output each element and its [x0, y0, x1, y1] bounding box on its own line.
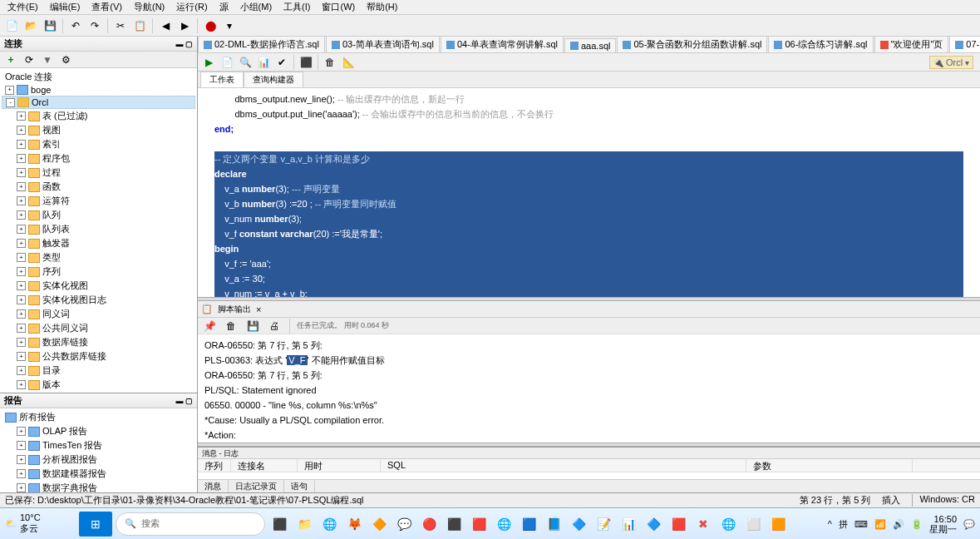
expand-icon[interactable]: +	[17, 295, 26, 304]
connection-tree[interactable]: Oracle 连接 +boge-Orcl+表 (已过滤)+视图+索引+程序包+过…	[0, 68, 197, 393]
tree-item[interactable]: +序列	[2, 265, 195, 279]
column-header[interactable]: 序列	[198, 459, 231, 472]
tree-item[interactable]: +队列	[2, 208, 195, 222]
menu-tools[interactable]: 工具(I)	[279, 0, 314, 15]
file-tab[interactable]: 05-聚合函数和分组函数讲解.sql	[617, 37, 767, 52]
commit-button[interactable]: ✔	[273, 54, 290, 71]
autotrace-button[interactable]: 📊	[255, 54, 272, 71]
expand-icon[interactable]: +	[17, 352, 26, 361]
tree-item[interactable]: +函数	[2, 180, 195, 194]
column-header[interactable]: 用时	[298, 459, 381, 472]
expand-icon[interactable]: -	[6, 98, 15, 107]
file-tab[interactable]: "欢迎使用"页	[874, 37, 949, 52]
menu-nav[interactable]: 导航(N)	[130, 0, 169, 15]
app-icon[interactable]: 🟥	[667, 513, 689, 535]
taskbar-search[interactable]: 🔍搜索	[116, 512, 265, 536]
app-icon[interactable]: 💬	[393, 513, 415, 535]
redo-button[interactable]: ↷	[86, 17, 103, 34]
expand-icon[interactable]: +	[17, 267, 26, 276]
conn-props-button[interactable]: ⚙	[57, 52, 74, 68]
panel-close-icon[interactable]: ▬ ▢	[175, 40, 193, 48]
expand-icon[interactable]: +	[17, 210, 26, 220]
stop-button[interactable]: ⬛	[298, 54, 314, 71]
tree-item[interactable]: +表 (已过滤)	[2, 109, 195, 123]
tree-item[interactable]: +队列表	[2, 222, 195, 236]
log-tab[interactable]: 日志记录页	[229, 480, 284, 492]
file-tab[interactable]: 06-综合练习讲解.sql	[768, 37, 873, 52]
excel-icon[interactable]: 📊	[618, 513, 639, 535]
app-icon[interactable]: 🌐	[717, 513, 739, 535]
explain-button[interactable]: 🔍	[237, 54, 254, 71]
app-icon[interactable]: 🔷	[643, 513, 664, 535]
explorer-icon[interactable]: 📁	[293, 513, 315, 535]
file-tab[interactable]: 02-DML-数据操作语言.sql	[198, 37, 325, 52]
tree-item[interactable]: +程序包	[2, 151, 195, 166]
expand-icon[interactable]: +	[5, 86, 14, 95]
tree-item[interactable]: +数据库链接	[2, 335, 195, 349]
output-clear-icon[interactable]: 🗑	[223, 318, 239, 334]
output-close-icon[interactable]: ×	[256, 304, 261, 314]
expand-icon[interactable]: +	[17, 253, 26, 262]
worksheet-tab[interactable]: 工作表	[200, 72, 244, 87]
tree-item[interactable]: +类型	[2, 250, 195, 265]
tray-battery-icon[interactable]: 🔋	[911, 519, 923, 529]
app-icon[interactable]: 🟧	[767, 513, 789, 535]
tree-item[interactable]: +实体化视图	[2, 279, 195, 293]
expand-icon[interactable]: +	[17, 239, 26, 248]
report-item[interactable]: +TimesTen 报告	[2, 438, 195, 452]
app-icon[interactable]: ⬛	[443, 513, 465, 535]
tree-item[interactable]: +视图	[2, 123, 195, 137]
file-tab[interactable]: 03-简单表查询语句.sql	[326, 37, 440, 52]
app-icon[interactable]: 📘	[543, 513, 564, 535]
expand-icon[interactable]: +	[17, 140, 26, 149]
app-icon[interactable]: 🔷	[568, 513, 589, 535]
cut-button[interactable]: ✂	[112, 17, 129, 34]
open-button[interactable]: 📂	[22, 17, 39, 34]
tree-item[interactable]: +触发器	[2, 236, 195, 250]
expand-icon[interactable]: +	[17, 441, 26, 450]
expand-icon[interactable]: +	[17, 483, 26, 492]
chrome-icon[interactable]: 🌐	[493, 513, 515, 535]
expand-icon[interactable]: +	[17, 309, 26, 319]
tray-wifi-icon[interactable]: 📶	[874, 519, 886, 529]
menu-run[interactable]: 运行(R)	[172, 0, 211, 15]
new-button[interactable]: 📄	[3, 17, 20, 34]
app-icon[interactable]: ⬜	[742, 513, 764, 535]
file-tab[interactable]: 07-PLSQL编程.sql	[949, 37, 980, 52]
weather-widget[interactable]: ⛅ 10°C多云	[5, 512, 41, 535]
expand-icon[interactable]: +	[17, 154, 26, 163]
report-item[interactable]: 所有报告	[2, 410, 195, 424]
tray-input-icon[interactable]: ⌨	[854, 519, 868, 529]
expand-icon[interactable]: +	[17, 168, 26, 177]
expand-icon[interactable]: +	[17, 380, 26, 389]
output-print-icon[interactable]: 🖨	[266, 318, 283, 334]
tree-item[interactable]: +同义词	[2, 307, 195, 321]
expand-icon[interactable]: +	[17, 427, 26, 436]
report-item[interactable]: +OLAP 报告	[2, 424, 195, 438]
column-header[interactable]: 参数	[746, 459, 913, 472]
log-tab[interactable]: 语句	[284, 480, 315, 492]
app-icon[interactable]: 🔶	[368, 513, 390, 535]
tray-volume-icon[interactable]: 🔊	[893, 519, 904, 529]
column-header[interactable]: 连接名	[231, 459, 298, 472]
panel-close-icon[interactable]: ▬ ▢	[175, 397, 193, 405]
task-icon[interactable]: ⬛	[268, 513, 290, 535]
dropdown-button[interactable]: ▾	[221, 17, 238, 34]
output-save-icon[interactable]: 💾	[244, 318, 261, 334]
expand-icon[interactable]: +	[17, 469, 26, 478]
add-conn-button[interactable]: +	[2, 52, 19, 68]
output-text[interactable]: ORA-06550: 第 7 行, 第 5 列:PLS-00363: 表达式 '…	[198, 334, 980, 443]
expand-icon[interactable]: +	[17, 126, 26, 135]
expand-icon[interactable]: +	[17, 366, 26, 375]
menu-help[interactable]: 帮助(H)	[362, 0, 401, 15]
format-button[interactable]: 📐	[340, 54, 357, 71]
firefox-icon[interactable]: 🦊	[343, 513, 365, 535]
start-button[interactable]: ⊞	[79, 512, 112, 537]
fwd-button[interactable]: ▶	[176, 17, 193, 34]
sql-button[interactable]: ⬤	[202, 17, 219, 34]
output-pin-icon[interactable]: 📌	[201, 318, 218, 334]
sql-editor[interactable]: dbms_output.new_line(); -- 输出缓存中的信息，新起一行…	[198, 88, 980, 297]
menu-source[interactable]: 源	[215, 0, 233, 15]
report-item[interactable]: +分析视图报告	[2, 452, 195, 467]
app-icon[interactable]: ✖	[692, 513, 714, 535]
